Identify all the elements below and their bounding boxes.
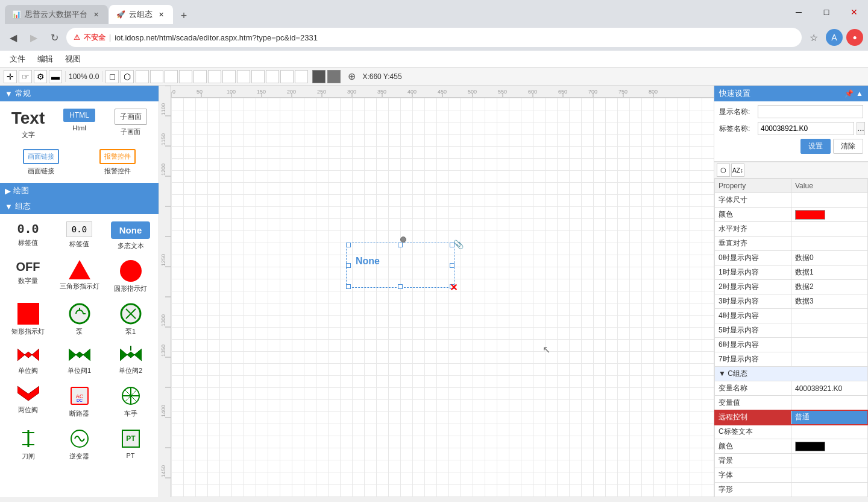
tb-btn5[interactable] bbox=[193, 70, 207, 83]
delete-handle[interactable]: ✕ bbox=[450, 282, 458, 293]
toolbar-view-btn[interactable]: □ bbox=[105, 70, 119, 83]
tb-mini1[interactable] bbox=[312, 70, 326, 83]
maximize-btn[interactable]: □ bbox=[813, 2, 840, 22]
handle-tl[interactable] bbox=[346, 243, 351, 247]
prop-c-font-val[interactable] bbox=[791, 468, 868, 483]
tb-btn9[interactable] bbox=[251, 70, 265, 83]
html-btn[interactable]: HTML bbox=[63, 109, 95, 122]
tb-btn11[interactable] bbox=[280, 70, 294, 83]
section-normal-header[interactable]: ▼ 常规 bbox=[0, 86, 159, 101]
widget-rect-light[interactable]: 矩形指示灯 bbox=[2, 298, 54, 341]
prop-c-bg-val[interactable] bbox=[791, 454, 868, 468]
widget-multistate[interactable]: None 多态文本 bbox=[105, 217, 156, 255]
grid-canvas[interactable]: 📎 ✕ None ↖ bbox=[171, 98, 714, 497]
toolbar-hand-btn[interactable]: ☞ bbox=[19, 70, 32, 83]
widget-transformer[interactable]: 逆变器 bbox=[54, 423, 105, 466]
rotate-handle[interactable] bbox=[400, 237, 406, 243]
prop-c-color-val[interactable] bbox=[791, 439, 868, 454]
tb-btn3[interactable] bbox=[165, 70, 178, 83]
prop-c-label-val[interactable] bbox=[791, 425, 868, 439]
handle-ml[interactable] bbox=[346, 263, 351, 268]
handle-tc[interactable] bbox=[398, 243, 403, 247]
prop-state7-val[interactable] bbox=[791, 352, 868, 367]
qs-tag-browse-btn[interactable]: … bbox=[857, 122, 865, 135]
browser-action-btn[interactable]: ● bbox=[846, 29, 863, 46]
tb-btn7[interactable] bbox=[222, 70, 236, 83]
menu-edit[interactable]: 编辑 bbox=[33, 52, 58, 66]
widget-text[interactable]: Text 文字 bbox=[2, 104, 54, 144]
tab1-close[interactable]: ✕ bbox=[91, 10, 101, 19]
widget-triangle-light[interactable]: 三角形指示灯 bbox=[54, 255, 105, 298]
user-avatar[interactable]: A bbox=[826, 29, 843, 46]
nav-back-btn[interactable]: ◀ bbox=[5, 29, 22, 46]
tb-btn12[interactable] bbox=[295, 70, 308, 83]
bookmarks-btn[interactable]: ☆ bbox=[805, 29, 822, 46]
tb-btn10[interactable] bbox=[266, 70, 279, 83]
tab2-close[interactable]: ✕ bbox=[156, 10, 166, 19]
prop-state1-val[interactable]: 数据1 bbox=[791, 265, 868, 280]
prop-remote-ctrl[interactable]: 远程控制 普通 bbox=[715, 410, 868, 425]
qs-expand-icon[interactable]: ▲ bbox=[856, 89, 863, 98]
prop-state6-val[interactable] bbox=[791, 338, 868, 352]
qs-pin-icon[interactable]: 📌 bbox=[844, 89, 854, 98]
new-tab-btn[interactable]: + bbox=[175, 7, 192, 24]
prop-state4-val[interactable] bbox=[791, 309, 868, 323]
widget-pump1[interactable]: 泵1 bbox=[105, 298, 156, 341]
c-state-section-label[interactable]: ▼ C组态 bbox=[715, 367, 868, 381]
close-btn[interactable]: ✕ bbox=[840, 2, 868, 22]
widget-valve1-1[interactable]: 单位阀1 bbox=[54, 341, 105, 380]
screen-link-btn[interactable]: 画面链接 bbox=[23, 149, 59, 164]
tab-2[interactable]: 🚀 云组态 ✕ bbox=[109, 5, 173, 24]
tb-btn1[interactable] bbox=[136, 70, 149, 83]
widget-pt[interactable]: PT PT bbox=[105, 423, 156, 466]
props-sort-icon[interactable]: ⬡ bbox=[717, 164, 730, 177]
prop-var-value-val[interactable] bbox=[791, 396, 868, 410]
prop-v-align-val[interactable] bbox=[791, 237, 868, 251]
prop-state2-val[interactable]: 数据2 bbox=[791, 280, 868, 294]
refresh-btn[interactable]: ↻ bbox=[46, 29, 63, 46]
quick-settings-header[interactable]: 快速设置 📌 ▲ bbox=[714, 86, 868, 101]
prop-c-font-shape-val[interactable] bbox=[791, 483, 868, 497]
toolbar-view2-btn[interactable]: ⬡ bbox=[121, 70, 134, 83]
tab-1[interactable]: 📊 思普云大数据平台 ✕ bbox=[5, 5, 108, 24]
widget-html[interactable]: HTML Html bbox=[54, 104, 105, 144]
prop-c-font-depth-val[interactable] bbox=[791, 497, 868, 498]
widget-circle-light[interactable]: 圆形指示灯 bbox=[105, 255, 156, 298]
section-state-header[interactable]: ▼ 组态 bbox=[0, 199, 159, 214]
tb-btn4[interactable] bbox=[179, 70, 192, 83]
tb-btn6[interactable] bbox=[208, 70, 221, 83]
subpage-btn[interactable]: 子画面 bbox=[115, 109, 147, 125]
minimize-btn[interactable]: ─ bbox=[785, 2, 813, 22]
toolbar-delete-btn[interactable]: ▬ bbox=[49, 70, 62, 83]
tb-btn8[interactable] bbox=[237, 70, 250, 83]
selected-element[interactable]: 📎 ✕ None bbox=[346, 230, 467, 297]
widget-digital[interactable]: OFF 数字量 bbox=[2, 255, 54, 298]
prop-font-size-val[interactable] bbox=[791, 193, 868, 208]
widget-pump[interactable]: 泵 bbox=[54, 298, 105, 341]
props-az-btn[interactable]: AZ↕ bbox=[731, 164, 744, 177]
prop-var-name-val[interactable]: 400038921.K0 bbox=[791, 381, 868, 396]
prop-state5-val[interactable] bbox=[791, 323, 868, 338]
widget-tagval2[interactable]: 0.0 标签值 bbox=[54, 217, 105, 255]
url-bar[interactable]: ⚠ 不安全 | iot.idosp.net/html/scada/editor.… bbox=[66, 28, 802, 47]
menu-file[interactable]: 文件 bbox=[5, 52, 30, 66]
prop-color-val[interactable] bbox=[791, 208, 868, 222]
widget-breaker[interactable]: AC DC 断路器 bbox=[54, 380, 105, 423]
prop-state0-val[interactable]: 数据0 bbox=[791, 251, 868, 265]
tb-btn2[interactable] bbox=[150, 70, 163, 83]
prop-remote-ctrl-val[interactable]: 普通 bbox=[791, 410, 868, 425]
prop-state3-val[interactable]: 数据3 bbox=[791, 294, 868, 309]
toolbar-settings-btn[interactable]: ⚙ bbox=[34, 70, 47, 83]
qs-display-name-input[interactable] bbox=[758, 105, 863, 118]
qs-tag-name-input[interactable] bbox=[758, 122, 854, 135]
section-draw-header[interactable]: ▶ 绘图 bbox=[0, 183, 159, 199]
menu-view[interactable]: 视图 bbox=[60, 52, 86, 66]
widget-hand[interactable]: 车手 bbox=[105, 380, 156, 423]
widget-subpage[interactable]: 子画面 子画面 bbox=[105, 104, 156, 144]
alarm-btn[interactable]: 报警控件 bbox=[99, 149, 136, 164]
handle-bc[interactable] bbox=[398, 284, 403, 289]
canvas-area[interactable]: 0 50 100 150 200 250 300 350 400 450 500 bbox=[159, 86, 714, 497]
handle-bl[interactable] bbox=[346, 284, 351, 289]
widget-screen-link[interactable]: 画面链接 画面链接 bbox=[2, 144, 80, 180]
prop-section-c-header[interactable]: ▼ C组态 bbox=[715, 367, 868, 381]
